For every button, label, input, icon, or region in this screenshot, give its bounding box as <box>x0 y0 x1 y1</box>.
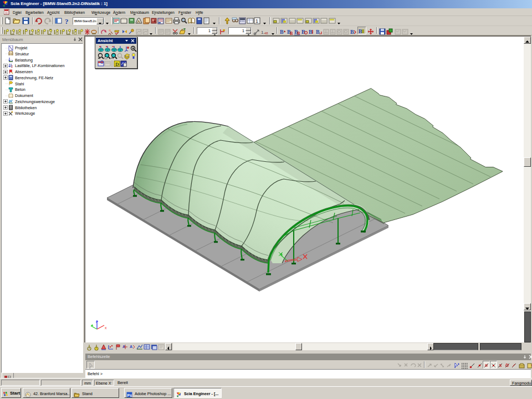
svg-text:?: ? <box>65 17 69 25</box>
svg-text:2: 2 <box>11 65 13 68</box>
svg-text:x: x <box>105 326 107 330</box>
svg-text:48: 48 <box>264 32 268 35</box>
svg-text:D: D <box>115 62 119 67</box>
svg-text:A: A <box>130 345 132 349</box>
svg-text:B: B <box>350 29 354 35</box>
svg-text:1: 1 <box>255 18 258 24</box>
svg-text:B: B <box>309 29 313 35</box>
svg-text:B: B <box>316 29 320 35</box>
svg-text:B: B <box>280 29 284 35</box>
svg-text:B: B <box>290 31 293 35</box>
svg-text:B: B <box>359 28 362 34</box>
svg-text:Ps: Ps <box>127 393 132 397</box>
